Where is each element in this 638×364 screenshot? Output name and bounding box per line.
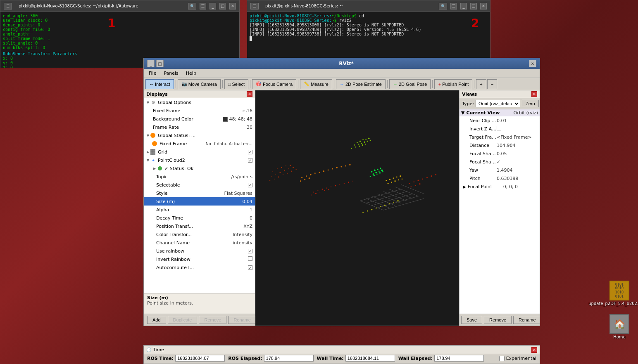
terminal-1-menu-btn[interactable]: ☰	[200, 3, 206, 9]
invert-z-checkbox[interactable]	[497, 126, 501, 130]
toolbar-focus-camera-btn[interactable]: 🎯 Focus Camera	[252, 79, 296, 89]
displays-tree[interactable]: ▼ ⚙ Global Options Fixed Frame rs16 Back…	[144, 98, 255, 293]
desktop-icon-home[interactable]: 🏠 Home	[605, 314, 634, 339]
tree-decay-time[interactable]: Decay Time 0	[144, 214, 255, 222]
current-view-header[interactable]: ▼ Current View Orbit (rviz)	[459, 109, 540, 116]
tree-channel-name[interactable]: Channel Name intensity	[144, 239, 255, 247]
tree-autocompute[interactable]: Autocompute I...	[144, 263, 255, 272]
terminal-2-menu-btn[interactable]: ☰	[450, 3, 457, 9]
menu-help[interactable]: Help	[183, 70, 200, 77]
view-focal-shape2[interactable]: Focal Shap... ✓	[459, 158, 540, 166]
tree-status-ok[interactable]: ▶ ✓ Status: Ok	[144, 164, 255, 173]
time-close-btn[interactable]: ✕	[531, 347, 537, 353]
wall-elapsed-input[interactable]	[434, 355, 484, 362]
tree-color-transform[interactable]: Color Transfor... Intensity	[144, 230, 255, 239]
use-rainbow-check[interactable]	[248, 248, 255, 254]
view-focal-point[interactable]: ▶ Focal Point 0; 0; 0	[459, 182, 540, 191]
view-yaw[interactable]: Yaw 1.4904	[459, 166, 540, 174]
terminal-2-search-icon[interactable]: 🔍	[439, 3, 447, 9]
tree-global-status[interactable]: ▼ Global Status: ...	[144, 131, 255, 139]
tree-fixed-frame-status[interactable]: Fixed Frame No tf data. Actual err...	[144, 139, 255, 148]
toolbar-publish-point-btn[interactable]: ● Publish Point	[434, 79, 472, 89]
tree-bg-color[interactable]: Background Color 48; 48; 48	[144, 115, 255, 123]
save-view-btn[interactable]: Save	[461, 316, 482, 324]
toolbar-measure-btn[interactable]: 📏 Measure	[300, 79, 332, 89]
tree-size[interactable]: Size (m) 0.04	[144, 197, 255, 206]
view-target-frame[interactable]: Target Fra... <Fixed Frame>	[459, 133, 540, 141]
ros-elapsed-input[interactable]	[264, 355, 314, 362]
view-near-clip[interactable]: Near Clip ... 0.01	[459, 116, 540, 125]
add-btn[interactable]: Add	[147, 316, 166, 324]
tree-selectable[interactable]: Selectable	[144, 181, 255, 189]
pc2-checkbox[interactable]	[248, 158, 255, 163]
terminal-2-menu-icon[interactable]: ☰	[250, 3, 259, 9]
toolbar-add-btn[interactable]: +	[476, 79, 486, 89]
grid-check[interactable]	[248, 150, 252, 154]
tree-topic[interactable]: Topic /rs/points	[144, 173, 255, 181]
selectable-check[interactable]	[248, 183, 252, 187]
autocompute-check[interactable]	[248, 265, 255, 270]
terminal-1-menu-icon[interactable]: ☰	[4, 3, 12, 9]
desktop-icon-update[interactable]: 0101001010100101 update_p2DF_5.4_b202303…	[605, 281, 634, 306]
grid-checkbox[interactable]	[248, 149, 255, 155]
pc2-check[interactable]	[248, 158, 252, 163]
tree-global-options[interactable]: ▼ ⚙ Global Options	[144, 98, 255, 106]
terminal-2-close-btn[interactable]: ✕	[480, 3, 487, 9]
ros-time-input[interactable]	[175, 355, 225, 362]
zero-btn[interactable]: Zero	[522, 100, 539, 107]
terminal-2-minimize-btn[interactable]: _	[460, 3, 467, 9]
remove-btn[interactable]: Remove	[199, 316, 226, 324]
tree-position-transform[interactable]: Position Transf... XYZ	[144, 222, 255, 230]
focal-shape2-check[interactable]: ✓	[497, 159, 500, 165]
terminal-1-search-icon[interactable]: 🔍	[188, 3, 196, 9]
toolbar-move-camera-btn[interactable]: 📷 Move Camera	[178, 79, 221, 89]
experimental-checkbox[interactable]	[499, 356, 505, 361]
tree-style[interactable]: Style Flat Squares	[144, 189, 255, 197]
rename-view-btn[interactable]: Rename	[513, 316, 540, 324]
rainbow-checkbox[interactable]	[248, 249, 252, 253]
terminal-2-maximize-btn[interactable]: □	[470, 3, 477, 9]
toolbar-goal-pose-btn[interactable]: → 2D Goal Pose	[389, 79, 431, 89]
invert-rainbow-check[interactable]	[248, 256, 255, 262]
rviz-close-btn[interactable]: ✕	[529, 60, 536, 67]
tree-grid[interactable]: ▶ Grid	[144, 148, 255, 156]
rviz-minimize-btn[interactable]: _	[147, 60, 155, 67]
toolbar-interact-btn[interactable]: ↔ Interact	[145, 79, 174, 89]
svg-point-110	[419, 183, 421, 185]
views-close-btn[interactable]: ✕	[531, 91, 537, 97]
wall-time-input[interactable]	[345, 355, 395, 362]
svg-point-16	[287, 173, 288, 174]
svg-point-73	[345, 165, 346, 167]
tree-frame-rate[interactable]: Frame Rate 30	[144, 123, 255, 131]
duplicate-btn[interactable]: Duplicate	[168, 316, 198, 324]
autocompute-checkbox[interactable]	[248, 265, 252, 270]
tree-use-rainbow[interactable]: Use rainbow	[144, 247, 255, 255]
rviz-maximize-btn[interactable]: □	[156, 60, 164, 67]
toolbar-minus-btn[interactable]: −	[487, 79, 497, 89]
view-3d[interactable]: ‹ ›	[255, 90, 459, 326]
type-select[interactable]: Orbit (rviz_defau	[476, 100, 520, 107]
selectable-value[interactable]	[248, 182, 255, 188]
terminal-1-close-btn[interactable]: ✕	[229, 3, 236, 9]
invert-z-check[interactable]	[497, 126, 501, 132]
tree-pointcloud2[interactable]: ▼ ✦ PointCloud2	[144, 156, 255, 164]
terminal-1-maximize-btn[interactable]: □	[219, 3, 226, 9]
tree-invert-rainbow[interactable]: Invert Rainbow	[144, 255, 255, 263]
view-focal-shape1[interactable]: Focal Shap... 0.05	[459, 149, 540, 158]
tree-alpha[interactable]: Alpha 1	[144, 206, 255, 214]
rename-btn[interactable]: Rename	[228, 316, 256, 324]
toolbar-pose-estimate-btn[interactable]: → 2D Pose Estimate	[336, 79, 386, 89]
view-distance[interactable]: Distance 104.904	[459, 141, 540, 149]
menu-file[interactable]: File	[145, 70, 160, 77]
remove-view-btn[interactable]: Remove	[484, 316, 512, 324]
menu-panels[interactable]: Panels	[160, 70, 181, 77]
tree-fixed-frame[interactable]: Fixed Frame rs16	[144, 106, 255, 115]
views-panel: Views ✕ Type: Orbit (rviz_defau Zero ▼ C…	[459, 90, 540, 326]
view-pitch[interactable]: Pitch 0.630399	[459, 174, 540, 182]
toolbar-select-btn[interactable]: □ Select	[224, 79, 248, 89]
terminal-1-minimize-btn[interactable]: _	[209, 3, 216, 9]
t2-line2: pixkit@pixkit-Nuvo-8108GC-Series:~$ rviz…	[250, 18, 488, 23]
invert-checkbox[interactable]	[248, 256, 252, 261]
view-invert-z[interactable]: Invert Z Axis	[459, 125, 540, 133]
displays-close-btn[interactable]: ✕	[247, 91, 252, 97]
